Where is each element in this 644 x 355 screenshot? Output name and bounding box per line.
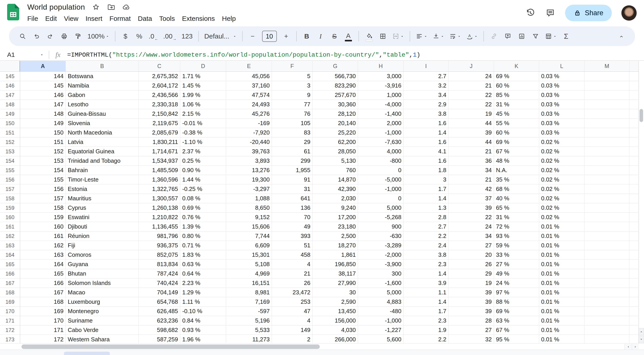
cell-B169[interactable]: Luxembourg: [66, 297, 139, 307]
cell-L168[interactable]: 0.01 %: [539, 288, 584, 297]
cell-K163[interactable]: 59 %: [494, 241, 539, 250]
cell-B167[interactable]: Solomon Islands: [66, 278, 139, 288]
cell-M146[interactable]: [584, 81, 630, 90]
undo-button[interactable]: [30, 30, 43, 43]
cell-partial[interactable]: [630, 241, 639, 250]
cell-partial[interactable]: [630, 128, 639, 137]
cell-I163[interactable]: 2.4: [404, 241, 448, 250]
cell-L164[interactable]: 0.01 %: [539, 250, 584, 260]
cell-B166[interactable]: Bhutan: [66, 269, 139, 278]
cloud-saved-icon[interactable]: [122, 3, 130, 12]
cell-M154[interactable]: [584, 156, 630, 166]
row-header-166[interactable]: 166: [0, 269, 20, 278]
table-dropdown[interactable]: [543, 30, 558, 43]
italic-button[interactable]: I: [314, 30, 327, 43]
cell-F149[interactable]: 76: [272, 109, 312, 119]
cell-F165[interactable]: 4: [272, 260, 312, 269]
cell-partial[interactable]: [630, 250, 639, 260]
cell-F153[interactable]: 61: [272, 147, 312, 156]
cell-H155[interactable]: 0: [358, 166, 404, 175]
cell-J171[interactable]: 28: [448, 316, 494, 325]
cell-F156[interactable]: 91: [272, 175, 312, 184]
cell-partial[interactable]: [630, 184, 639, 194]
cell-D156[interactable]: 1.44 %: [180, 175, 226, 184]
cell-G164[interactable]: 1,861: [312, 250, 358, 260]
cell-C161[interactable]: 1,136,455: [139, 222, 180, 231]
cell-G169[interactable]: 2,590: [312, 297, 358, 307]
scroll-down-button[interactable]: [639, 336, 644, 343]
cell-M163[interactable]: [584, 241, 630, 250]
cell-M172[interactable]: [584, 325, 630, 335]
sheet-tab[interactable]: [64, 352, 110, 355]
cell-D157[interactable]: -0.25 %: [180, 184, 226, 194]
cell-L149[interactable]: 0.03 %: [539, 109, 584, 119]
scroll-right-button[interactable]: [632, 344, 639, 350]
cell-J169[interactable]: 39: [448, 297, 494, 307]
cell-K145[interactable]: 69 %: [494, 72, 539, 81]
cell-partial[interactable]: [630, 90, 639, 100]
cell-I151[interactable]: 1.4: [404, 128, 448, 137]
document-title[interactable]: World population: [27, 3, 85, 12]
cell-K156[interactable]: 35 %: [494, 175, 539, 184]
cell-C167[interactable]: 740,424: [139, 278, 180, 288]
star-icon[interactable]: [92, 3, 100, 12]
cell-K165[interactable]: 27 %: [494, 260, 539, 269]
cell-I164[interactable]: 3.8: [404, 250, 448, 260]
cell-G147[interactable]: 257,670: [312, 90, 358, 100]
cell-I152[interactable]: 1.6: [404, 137, 448, 147]
cell-E148[interactable]: 24,493: [226, 100, 272, 109]
cell-J155[interactable]: 34: [448, 166, 494, 175]
cell-I154[interactable]: 1.6: [404, 156, 448, 166]
cell-B155[interactable]: Bahrain: [66, 166, 139, 175]
cell-partial[interactable]: [630, 288, 639, 297]
cell-E161[interactable]: 15,606: [226, 222, 272, 231]
cell-A170[interactable]: 169: [20, 307, 66, 316]
cell-L165[interactable]: 0.01 %: [539, 260, 584, 269]
cell-J156[interactable]: 21: [448, 175, 494, 184]
cell-M173[interactable]: [584, 335, 630, 343]
cell-partial[interactable]: [630, 297, 639, 307]
cell-J173[interactable]: 32: [448, 335, 494, 343]
cell-A146[interactable]: 145: [20, 81, 66, 90]
cell-F145[interactable]: 5: [272, 72, 312, 81]
cell-L167[interactable]: 0.01 %: [539, 278, 584, 288]
cell-L169[interactable]: 0.01 %: [539, 297, 584, 307]
column-header-J[interactable]: J: [448, 61, 494, 72]
cell-A173[interactable]: 172: [20, 335, 66, 343]
cell-A154[interactable]: 153: [20, 156, 66, 166]
cell-J154[interactable]: 36: [448, 156, 494, 166]
cell-H147[interactable]: 1,000: [358, 90, 404, 100]
row-header-169[interactable]: 169: [0, 297, 20, 307]
cell-K152[interactable]: 69 %: [494, 137, 539, 147]
cell-M160[interactable]: [584, 213, 630, 222]
cell-H162[interactable]: -630: [358, 231, 404, 241]
cell-G153[interactable]: 28,050: [312, 147, 358, 156]
cell-C151[interactable]: 2,085,679: [139, 128, 180, 137]
row-header-165[interactable]: 165: [0, 260, 20, 269]
cell-I168[interactable]: 1.1: [404, 288, 448, 297]
cell-K148[interactable]: 31 %: [494, 100, 539, 109]
insert-link-button[interactable]: [488, 30, 500, 43]
cell-B149[interactable]: Guinea-Bissau: [66, 109, 139, 119]
decrease-font-size-button[interactable]: −: [246, 30, 259, 43]
cell-K169[interactable]: 88 %: [494, 297, 539, 307]
cell-E152[interactable]: -20,440: [226, 137, 272, 147]
cell-I149[interactable]: 3.8: [404, 109, 448, 119]
cell-A172[interactable]: 171: [20, 325, 66, 335]
cell-C166[interactable]: 787,424: [139, 269, 180, 278]
cell-B173[interactable]: Western Sahara: [66, 335, 139, 343]
cell-L146[interactable]: 0.03 %: [539, 81, 584, 90]
cell-C154[interactable]: 1,534,937: [139, 156, 180, 166]
hide-toolbar-button[interactable]: [615, 30, 628, 43]
cell-F154[interactable]: 299: [272, 156, 312, 166]
cell-D146[interactable]: 1.45 %: [180, 81, 226, 90]
cell-I145[interactable]: 2.7: [404, 72, 448, 81]
cell-D163[interactable]: 0.71 %: [180, 241, 226, 250]
cell-partial[interactable]: [630, 335, 639, 343]
cell-E163[interactable]: 6,609: [226, 241, 272, 250]
cell-D170[interactable]: -0.10 %: [180, 307, 226, 316]
cell-C152[interactable]: 1,830,211: [139, 137, 180, 147]
cell-J148[interactable]: 22: [448, 100, 494, 109]
menu-insert[interactable]: Insert: [82, 14, 106, 24]
cell-I158[interactable]: 1.4: [404, 194, 448, 203]
